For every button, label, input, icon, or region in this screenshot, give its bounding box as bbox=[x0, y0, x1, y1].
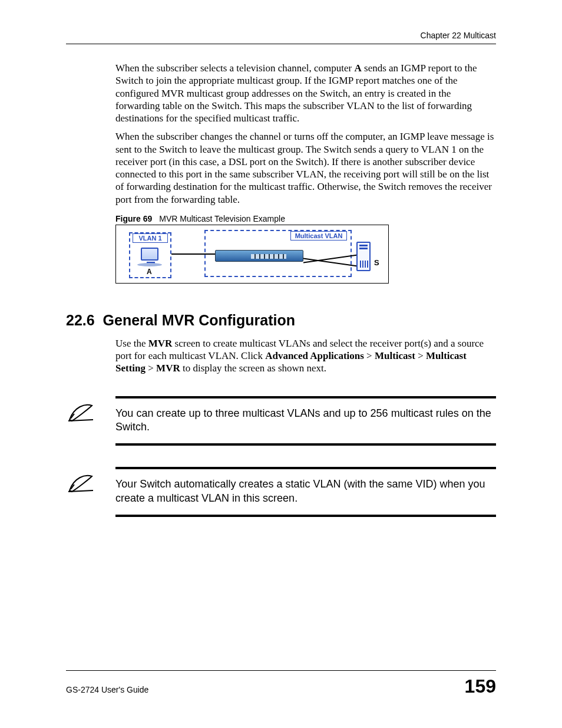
computer-a-label: A bbox=[147, 268, 152, 276]
intro-b2: Advanced Applications bbox=[265, 350, 364, 361]
figure-number: Figure 69 bbox=[115, 214, 152, 223]
server-s-label: S bbox=[374, 258, 379, 267]
multicast-vlan-label: Multicast VLAN bbox=[290, 231, 347, 241]
section-intro-wrap: Use the MVR screen to create multicast V… bbox=[115, 337, 496, 375]
server-icon bbox=[356, 242, 371, 271]
para1-bold-a: A bbox=[355, 62, 362, 74]
note-2-text: Your Switch automatically creates a stat… bbox=[115, 467, 496, 517]
intro-b3: Multicast bbox=[375, 350, 415, 361]
section-intro: Use the MVR screen to create multicast V… bbox=[115, 337, 496, 375]
computer-icon bbox=[141, 248, 158, 261]
page-header: Chapter 22 Multicast bbox=[66, 31, 496, 44]
section-number: 22.6 bbox=[66, 312, 95, 328]
note-block-2: Your Switch automatically creates a stat… bbox=[66, 467, 496, 517]
section-heading: 22.6 General MVR Configuration bbox=[66, 312, 496, 329]
vlan1-label: VLAN 1 bbox=[133, 233, 168, 243]
body-column: When the subscriber selects a television… bbox=[115, 62, 496, 284]
note-block-1: You can create up to three multicast VLA… bbox=[66, 396, 496, 446]
switch-icon bbox=[215, 250, 303, 262]
chapter-label: Chapter 22 Multicast bbox=[421, 31, 496, 40]
figure-title: MVR Multicast Television Example bbox=[159, 214, 285, 223]
intro-gt2: > bbox=[415, 350, 426, 361]
note-1-text: You can create up to three multicast VLA… bbox=[115, 396, 496, 446]
intro-b1: MVR bbox=[148, 338, 173, 349]
intro-post: to display the screen as shown next. bbox=[180, 363, 326, 374]
para1-pre: When the subscriber selects a television… bbox=[115, 62, 355, 74]
paragraph-2: When the subscriber changes the channel … bbox=[115, 130, 496, 206]
link-line-left bbox=[171, 253, 215, 255]
computer-base bbox=[137, 263, 162, 266]
paragraph-1: When the subscriber selects a television… bbox=[115, 62, 496, 124]
figure-caption: Figure 69MVR Multicast Television Exampl… bbox=[115, 214, 496, 223]
figure-diagram: VLAN 1 A Multicast VLAN S bbox=[115, 225, 389, 284]
footer-guide: GS-2724 User's Guide bbox=[66, 685, 148, 694]
footer-page-number: 159 bbox=[465, 676, 496, 697]
note-icon bbox=[66, 473, 95, 495]
intro-pre: Use the bbox=[115, 338, 148, 349]
intro-gt1: > bbox=[364, 350, 375, 361]
intro-gt3: > bbox=[146, 363, 156, 374]
page-footer: GS-2724 User's Guide 159 bbox=[66, 670, 496, 697]
note-icon bbox=[66, 402, 95, 424]
intro-b5: MVR bbox=[156, 363, 180, 374]
section-title: General MVR Configuration bbox=[103, 312, 295, 328]
